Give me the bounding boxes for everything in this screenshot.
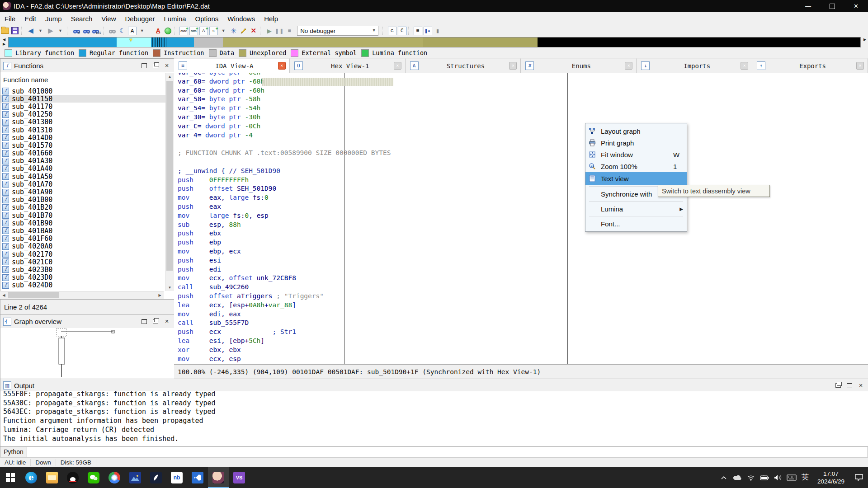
create-dropdown[interactable]: ▼: [219, 26, 228, 35]
function-row-sub_401B00[interactable]: fsub_401B00: [0, 196, 175, 204]
overview-close-icon[interactable]: ✕: [163, 318, 171, 325]
run-until-icon[interactable]: C⃗: [397, 26, 406, 35]
tab-enums[interactable]: #Enums✕: [521, 58, 637, 73]
function-row-sub_401660[interactable]: fsub_401660: [0, 150, 175, 157]
code-line-32[interactable]: mov ecx, esp: [174, 355, 581, 364]
qq-taskbar-icon[interactable]: [62, 467, 83, 488]
code-line-4[interactable]: var_54= byte ptr -54h: [174, 104, 581, 113]
functions-float-icon[interactable]: [151, 62, 160, 69]
function-row-sub_4021C0[interactable]: fsub_4021C0: [0, 258, 175, 266]
code-line-30[interactable]: lea esi, [ebp+5Ch]: [174, 337, 581, 346]
code-line-27[interactable]: mov edi, eax: [174, 310, 581, 319]
code-line-3[interactable]: var_58= byte ptr -58h: [174, 95, 581, 104]
menu-lumina[interactable]: Lumina: [159, 13, 190, 24]
tab-close-icon[interactable]: ✕: [856, 62, 864, 70]
functions-vscroll-thumb[interactable]: [166, 81, 173, 271]
debugger-run-icon[interactable]: ▶: [265, 26, 274, 35]
function-row-sub_401570[interactable]: fsub_401570: [0, 141, 175, 149]
function-row-sub_4020A0[interactable]: fsub_4020A0: [0, 243, 175, 250]
tab-close-icon[interactable]: ✕: [278, 62, 286, 70]
menu-options[interactable]: Options: [191, 13, 223, 24]
open-file-icon[interactable]: [0, 26, 9, 35]
misc-debug-icon[interactable]: ▮: [433, 26, 442, 35]
menu-item-text-view[interactable]: Text view: [585, 172, 687, 185]
visual-studio-taskbar-icon[interactable]: VS: [229, 467, 250, 488]
volume-icon[interactable]: [771, 467, 785, 488]
code-line-15[interactable]: push eax: [174, 202, 581, 211]
search-again-icon[interactable]: [108, 26, 117, 35]
code-line-11[interactable]: ; __unwind { // SEH_501D90: [174, 167, 581, 176]
tab-close-icon[interactable]: ✕: [509, 62, 517, 70]
code-line-29[interactable]: push ecx ; Str1: [174, 328, 581, 337]
close-button[interactable]: ✕: [844, 0, 868, 12]
create-data-icon[interactable]: data+: [189, 26, 198, 35]
function-row-sub_401000[interactable]: fsub_401000: [0, 87, 175, 95]
menu-item-zoom-100[interactable]: 1:1Zoom 100%1: [585, 160, 687, 172]
scroll-down-icon[interactable]: ▼: [166, 284, 174, 291]
code-line-12[interactable]: push 0FFFFFFFFh: [174, 176, 581, 185]
scroll-left-icon[interactable]: ◀: [0, 291, 8, 299]
ascii-style-dropdown[interactable]: ▼: [138, 26, 147, 35]
battery-icon[interactable]: [758, 467, 771, 488]
edge-taskbar-icon[interactable]: e: [21, 467, 42, 488]
jump-icon[interactable]: ☾: [118, 26, 127, 35]
code-line-23[interactable]: mov ecx, offset unk_72CBF8: [174, 274, 581, 283]
function-row-sub_401310[interactable]: fsub_401310: [0, 126, 175, 134]
output-log[interactable]: 555F0F: propagate_stkargs: function is a…: [0, 391, 868, 446]
minimize-button[interactable]: —: [796, 0, 820, 12]
code-line-20[interactable]: mov ebp, ecx: [174, 247, 581, 256]
save-file-icon[interactable]: [10, 26, 19, 35]
code-line-24[interactable]: call sub_49C260: [174, 283, 581, 292]
scroll-right-icon[interactable]: ▶: [156, 291, 164, 299]
function-row-sub_401B90[interactable]: fsub_401B90: [0, 219, 175, 227]
code-line-1[interactable]: var_68= dword ptr -68h: [174, 77, 581, 86]
nb-app-taskbar-icon[interactable]: nb: [166, 467, 187, 488]
search-text-icon[interactable]: T: [82, 26, 91, 35]
code-line-13[interactable]: push offset SEH_501D90: [174, 184, 581, 193]
touch-keyboard-icon[interactable]: [785, 467, 798, 488]
function-row-sub_401A50[interactable]: fsub_401A50: [0, 173, 175, 180]
function-row-sub_401B20[interactable]: fsub_401B20: [0, 204, 175, 211]
functions-vertical-scrollbar[interactable]: ▲ ▼: [165, 73, 174, 291]
code-line-26[interactable]: lea ecx, [esp+0A8h+var_88]: [174, 301, 581, 310]
code-line-8[interactable]: [174, 140, 581, 149]
code-line-9[interactable]: ; FUNCTION CHUNK AT .text:00589900 SIZE …: [174, 149, 581, 158]
quill-app-taskbar-icon[interactable]: [146, 467, 166, 488]
menu-item-lumina[interactable]: Lumina▶: [585, 203, 687, 215]
navband-left-arrow[interactable]: ◀: [0, 38, 8, 42]
graph-overview-titlebar[interactable]: ⺅ Graph overview ✕: [0, 314, 175, 329]
disassembly-code[interactable]: var_6C= byte ptr -6Chvar_68= dword ptr -…: [174, 68, 581, 364]
code-line-6[interactable]: var_C= dword ptr -0Ch: [174, 122, 581, 131]
function-row-sub_401B70[interactable]: fsub_401B70: [0, 211, 175, 219]
code-line-22[interactable]: push edi: [174, 265, 581, 274]
tab-close-icon[interactable]: ✕: [394, 62, 401, 70]
functions-panel-titlebar[interactable]: f Functions ✕: [0, 58, 175, 73]
maximize-button[interactable]: [820, 0, 844, 12]
taskbar-clock[interactable]: 17:07 2024/6/29: [812, 470, 850, 485]
function-row-sub_401A90[interactable]: fsub_401A90: [0, 188, 175, 196]
function-row-sub_401A30[interactable]: fsub_401A30: [0, 157, 175, 165]
tab-exports[interactable]: ↑Exports✕: [752, 58, 868, 73]
code-line-31[interactable]: xor ebx, ebx: [174, 346, 581, 355]
functions-hscroll-thumb[interactable]: [8, 292, 59, 298]
menu-help[interactable]: Help: [259, 13, 283, 24]
function-row-sub_4014D0[interactable]: fsub_4014D0: [0, 134, 175, 141]
functions-close-icon[interactable]: ✕: [163, 62, 171, 69]
menu-jump[interactable]: Jump: [41, 13, 66, 24]
code-line-7[interactable]: var_4= dword ptr -4: [174, 131, 581, 140]
code-line-21[interactable]: push esi: [174, 256, 581, 265]
code-line-17[interactable]: sub esp, 88h: [174, 221, 581, 230]
asterisk-icon[interactable]: ✳: [229, 26, 238, 35]
code-line-18[interactable]: push ebx: [174, 229, 581, 238]
ime-indicator[interactable]: 英: [798, 467, 812, 488]
menu-search[interactable]: Search: [66, 13, 97, 24]
output-maximize-icon[interactable]: [845, 382, 854, 389]
function-row-sub_401A40[interactable]: fsub_401A40: [0, 165, 175, 173]
code-line-10[interactable]: [174, 158, 581, 167]
navigate-forward-dropdown[interactable]: ▼: [56, 26, 65, 35]
wechat-taskbar-icon[interactable]: [83, 467, 104, 488]
debugger-pause-icon[interactable]: ❚❚: [275, 26, 284, 35]
navigate-back-icon[interactable]: ◀: [26, 26, 35, 35]
function-row-sub_4023D0[interactable]: fsub_4023D0: [0, 274, 175, 282]
code-line-16[interactable]: mov large fs:0, esp: [174, 211, 581, 221]
